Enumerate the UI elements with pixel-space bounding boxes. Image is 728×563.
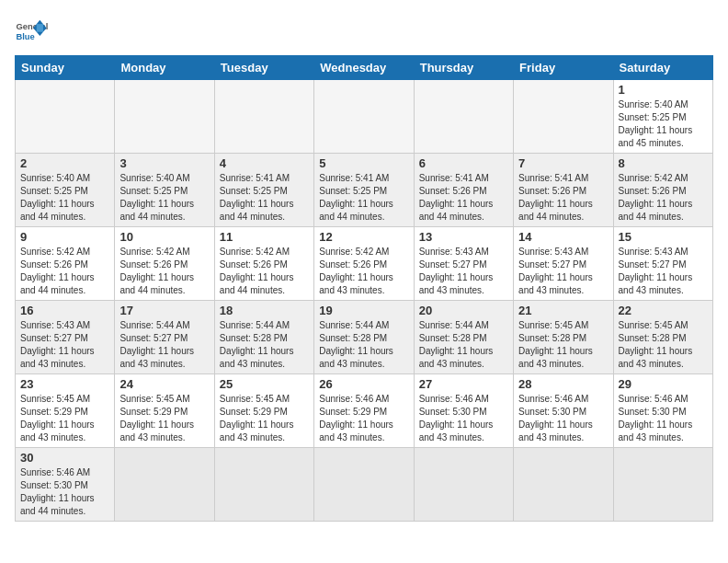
day-number: 13	[419, 230, 508, 244]
day-info: Sunrise: 5:46 AM Sunset: 5:30 PM Dayligh…	[419, 393, 508, 444]
day-number: 1	[619, 83, 708, 97]
calendar-cell	[314, 80, 414, 154]
day-info: Sunrise: 5:45 AM Sunset: 5:28 PM Dayligh…	[619, 319, 708, 371]
calendar-cell: 4Sunrise: 5:41 AM Sunset: 5:25 PM Daylig…	[214, 154, 313, 227]
day-number: 14	[518, 230, 608, 244]
calendar-cell: 21Sunrise: 5:45 AM Sunset: 5:28 PM Dayli…	[514, 301, 613, 374]
day-info: Sunrise: 5:43 AM Sunset: 5:27 PM Dayligh…	[619, 246, 708, 297]
day-info: Sunrise: 5:40 AM Sunset: 5:25 PM Dayligh…	[619, 98, 708, 150]
day-number: 4	[220, 156, 309, 170]
calendar-cell: 23Sunrise: 5:45 AM Sunset: 5:29 PM Dayli…	[16, 374, 115, 448]
day-info: Sunrise: 5:42 AM Sunset: 5:26 PM Dayligh…	[20, 246, 109, 297]
calendar-table: SundayMondayTuesdayWednesdayThursdayFrid…	[15, 55, 713, 522]
day-info: Sunrise: 5:45 AM Sunset: 5:29 PM Dayligh…	[220, 393, 309, 444]
logo: General Blue	[15, 15, 55, 48]
day-number: 29	[619, 377, 708, 391]
calendar-cell	[414, 448, 513, 522]
day-info: Sunrise: 5:46 AM Sunset: 5:30 PM Dayligh…	[619, 393, 708, 444]
calendar-cell: 14Sunrise: 5:43 AM Sunset: 5:27 PM Dayli…	[514, 227, 613, 301]
day-number: 3	[119, 156, 209, 170]
day-header-thursday: Thursday	[414, 56, 513, 80]
day-number: 30	[20, 451, 109, 465]
calendar-week-row: 9Sunrise: 5:42 AM Sunset: 5:26 PM Daylig…	[16, 227, 713, 301]
calendar-cell	[414, 80, 513, 154]
calendar-cell: 20Sunrise: 5:44 AM Sunset: 5:28 PM Dayli…	[414, 301, 513, 374]
day-number: 16	[20, 304, 109, 317]
calendar-cell	[214, 80, 313, 154]
calendar-cell	[115, 80, 214, 154]
calendar-cell: 13Sunrise: 5:43 AM Sunset: 5:27 PM Dayli…	[414, 227, 513, 301]
svg-marker-3	[37, 24, 43, 32]
day-info: Sunrise: 5:40 AM Sunset: 5:25 PM Dayligh…	[20, 172, 109, 224]
calendar-week-row: 1Sunrise: 5:40 AM Sunset: 5:25 PM Daylig…	[16, 80, 713, 154]
calendar-cell: 16Sunrise: 5:43 AM Sunset: 5:27 PM Dayli…	[16, 301, 115, 374]
day-number: 21	[518, 304, 608, 317]
calendar-header-row: SundayMondayTuesdayWednesdayThursdayFrid…	[16, 56, 713, 80]
day-info: Sunrise: 5:46 AM Sunset: 5:29 PM Dayligh…	[319, 393, 408, 444]
calendar-cell	[314, 448, 414, 522]
calendar-cell: 22Sunrise: 5:45 AM Sunset: 5:28 PM Dayli…	[613, 301, 712, 374]
calendar-cell: 28Sunrise: 5:46 AM Sunset: 5:30 PM Dayli…	[514, 374, 613, 448]
day-info: Sunrise: 5:42 AM Sunset: 5:26 PM Dayligh…	[319, 246, 408, 297]
day-number: 25	[220, 377, 309, 391]
day-info: Sunrise: 5:42 AM Sunset: 5:26 PM Dayligh…	[220, 246, 309, 297]
calendar-cell: 27Sunrise: 5:46 AM Sunset: 5:30 PM Dayli…	[414, 374, 513, 448]
calendar-cell	[514, 448, 613, 522]
day-info: Sunrise: 5:46 AM Sunset: 5:30 PM Dayligh…	[20, 466, 109, 518]
day-header-sunday: Sunday	[16, 56, 115, 80]
day-number: 23	[20, 377, 109, 391]
day-info: Sunrise: 5:41 AM Sunset: 5:26 PM Dayligh…	[419, 172, 508, 224]
day-number: 22	[619, 304, 708, 317]
calendar-cell: 25Sunrise: 5:45 AM Sunset: 5:29 PM Dayli…	[214, 374, 313, 448]
day-header-saturday: Saturday	[613, 56, 712, 80]
svg-text:Blue: Blue	[16, 32, 34, 41]
day-info: Sunrise: 5:46 AM Sunset: 5:30 PM Dayligh…	[518, 393, 608, 444]
calendar-cell: 2Sunrise: 5:40 AM Sunset: 5:25 PM Daylig…	[16, 154, 115, 227]
calendar-cell	[115, 448, 214, 522]
calendar-cell: 19Sunrise: 5:44 AM Sunset: 5:28 PM Dayli…	[314, 301, 414, 374]
calendar-cell: 26Sunrise: 5:46 AM Sunset: 5:29 PM Dayli…	[314, 374, 414, 448]
calendar-cell: 5Sunrise: 5:41 AM Sunset: 5:25 PM Daylig…	[314, 154, 414, 227]
page-header: General Blue	[15, 15, 713, 48]
calendar-cell: 18Sunrise: 5:44 AM Sunset: 5:28 PM Dayli…	[214, 301, 313, 374]
calendar-cell: 7Sunrise: 5:41 AM Sunset: 5:26 PM Daylig…	[514, 154, 613, 227]
day-number: 19	[319, 304, 408, 317]
calendar-cell: 1Sunrise: 5:40 AM Sunset: 5:25 PM Daylig…	[613, 80, 712, 154]
calendar-week-row: 23Sunrise: 5:45 AM Sunset: 5:29 PM Dayli…	[16, 374, 713, 448]
calendar-cell	[214, 448, 313, 522]
day-info: Sunrise: 5:41 AM Sunset: 5:25 PM Dayligh…	[319, 172, 408, 224]
day-info: Sunrise: 5:41 AM Sunset: 5:25 PM Dayligh…	[220, 172, 309, 224]
day-number: 7	[518, 156, 608, 170]
calendar-cell: 6Sunrise: 5:41 AM Sunset: 5:26 PM Daylig…	[414, 154, 513, 227]
day-info: Sunrise: 5:40 AM Sunset: 5:25 PM Dayligh…	[119, 172, 209, 224]
day-info: Sunrise: 5:43 AM Sunset: 5:27 PM Dayligh…	[419, 246, 508, 297]
day-number: 11	[220, 230, 309, 244]
day-info: Sunrise: 5:45 AM Sunset: 5:29 PM Dayligh…	[20, 393, 109, 444]
day-info: Sunrise: 5:41 AM Sunset: 5:26 PM Dayligh…	[518, 172, 608, 224]
calendar-cell: 29Sunrise: 5:46 AM Sunset: 5:30 PM Dayli…	[613, 374, 712, 448]
day-info: Sunrise: 5:45 AM Sunset: 5:28 PM Dayligh…	[518, 319, 608, 371]
day-number: 15	[619, 230, 708, 244]
day-header-wednesday: Wednesday	[314, 56, 414, 80]
calendar-cell: 10Sunrise: 5:42 AM Sunset: 5:26 PM Dayli…	[115, 227, 214, 301]
calendar-cell: 17Sunrise: 5:44 AM Sunset: 5:27 PM Dayli…	[115, 301, 214, 374]
day-number: 28	[518, 377, 608, 391]
day-header-friday: Friday	[514, 56, 613, 80]
calendar-week-row: 2Sunrise: 5:40 AM Sunset: 5:25 PM Daylig…	[16, 154, 713, 227]
day-number: 10	[119, 230, 209, 244]
calendar-cell: 3Sunrise: 5:40 AM Sunset: 5:25 PM Daylig…	[115, 154, 214, 227]
day-info: Sunrise: 5:45 AM Sunset: 5:29 PM Dayligh…	[119, 393, 209, 444]
calendar-cell: 24Sunrise: 5:45 AM Sunset: 5:29 PM Dayli…	[115, 374, 214, 448]
day-number: 8	[619, 156, 708, 170]
day-number: 6	[419, 156, 508, 170]
day-info: Sunrise: 5:42 AM Sunset: 5:26 PM Dayligh…	[119, 246, 209, 297]
day-header-monday: Monday	[115, 56, 214, 80]
day-info: Sunrise: 5:44 AM Sunset: 5:27 PM Dayligh…	[119, 319, 209, 371]
day-info: Sunrise: 5:43 AM Sunset: 5:27 PM Dayligh…	[518, 246, 608, 297]
day-info: Sunrise: 5:44 AM Sunset: 5:28 PM Dayligh…	[220, 319, 309, 371]
day-number: 9	[20, 230, 109, 244]
day-number: 18	[220, 304, 309, 317]
day-info: Sunrise: 5:44 AM Sunset: 5:28 PM Dayligh…	[419, 319, 508, 371]
logo-icon: General Blue	[15, 15, 48, 48]
calendar-cell: 11Sunrise: 5:42 AM Sunset: 5:26 PM Dayli…	[214, 227, 313, 301]
